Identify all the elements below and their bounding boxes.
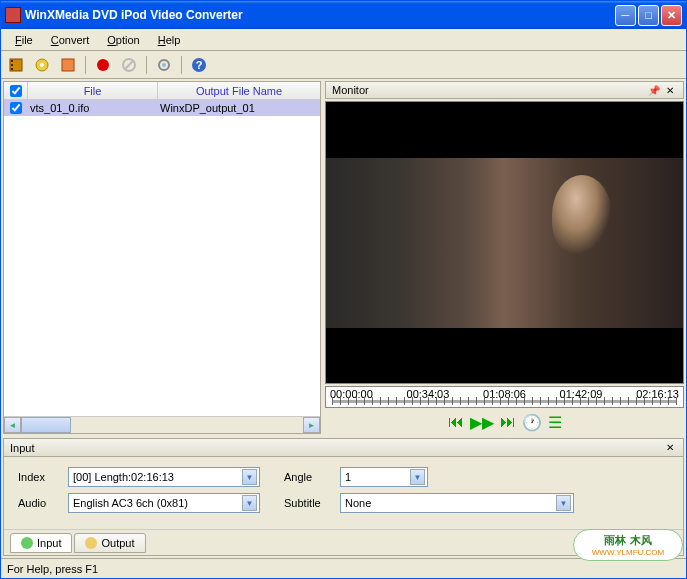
- svg-text:?: ?: [196, 59, 203, 71]
- skip-forward-icon[interactable]: ⏭: [500, 413, 516, 431]
- monitor-header: Monitor 📌 ✕: [325, 81, 684, 99]
- skip-back-icon[interactable]: ⏮: [448, 413, 464, 431]
- watermark-line1: 雨林 木风: [604, 533, 651, 548]
- column-header-output[interactable]: Output File Name: [158, 82, 320, 99]
- horizontal-scrollbar[interactable]: ◄ ►: [4, 416, 320, 433]
- row-file-cell: vts_01_0.ifo: [28, 102, 158, 114]
- scroll-right-button[interactable]: ►: [303, 417, 320, 433]
- file-row[interactable]: vts_01_0.ifo WinxDP_output_01: [4, 100, 320, 116]
- menubar: File Convert Option Help: [1, 29, 686, 51]
- input-header: Input ✕: [4, 439, 683, 457]
- audio-label: Audio: [18, 497, 60, 509]
- playback-controls: ⏮ ▶▶ ⏭ 🕐 ☰: [325, 410, 684, 434]
- close-input-icon[interactable]: ✕: [663, 441, 677, 455]
- chevron-down-icon[interactable]: ▼: [242, 495, 257, 511]
- svg-point-11: [162, 63, 166, 67]
- vob-icon[interactable]: [59, 56, 77, 74]
- video-frame: [326, 158, 683, 328]
- file-list-body: [4, 116, 320, 416]
- angle-label: Angle: [284, 471, 332, 483]
- svg-rect-2: [11, 64, 13, 66]
- input-tab-icon: [21, 537, 33, 549]
- minimize-button[interactable]: ─: [615, 5, 636, 26]
- menu-option[interactable]: Option: [99, 32, 147, 48]
- index-combo[interactable]: [00] Length:02:16:13 ▼: [68, 467, 260, 487]
- audio-value: English AC3 6ch (0x81): [73, 497, 242, 509]
- row-output-cell: WinxDP_output_01: [158, 102, 320, 114]
- subtitle-label: Subtitle: [284, 497, 332, 509]
- menu-file[interactable]: File: [7, 32, 41, 48]
- app-icon: [5, 7, 21, 23]
- tab-output[interactable]: Output: [74, 533, 145, 553]
- chevron-down-icon[interactable]: ▼: [242, 469, 257, 485]
- films-icon[interactable]: [7, 56, 25, 74]
- monitor-title: Monitor: [332, 84, 645, 96]
- output-tab-icon: [85, 537, 97, 549]
- index-label: Index: [18, 471, 60, 483]
- titlebar: WinXMedia DVD iPod Video Converter ─ □ ✕: [1, 1, 686, 29]
- tab-output-label: Output: [101, 537, 134, 549]
- scroll-left-button[interactable]: ◄: [4, 417, 21, 433]
- dvd-icon[interactable]: [33, 56, 51, 74]
- stop-disabled-icon: [120, 56, 138, 74]
- subtitle-combo[interactable]: None ▼: [340, 493, 574, 513]
- tab-input[interactable]: Input: [10, 533, 72, 553]
- angle-combo[interactable]: 1 ▼: [340, 467, 428, 487]
- watermark-line2: WWW.YLMFU.COM: [592, 548, 664, 557]
- file-list-panel: File Output File Name vts_01_0.ifo WinxD…: [3, 81, 321, 434]
- svg-line-9: [125, 61, 133, 69]
- chevron-down-icon[interactable]: ▼: [556, 495, 571, 511]
- file-list-header: File Output File Name: [4, 82, 320, 100]
- toolbar: ?: [1, 51, 686, 79]
- statusbar: For Help, press F1: [1, 558, 686, 578]
- svg-rect-3: [11, 68, 13, 70]
- menu-convert[interactable]: Convert: [43, 32, 98, 48]
- status-text: For Help, press F1: [7, 563, 98, 575]
- svg-rect-1: [11, 60, 13, 62]
- timeline-track[interactable]: [332, 400, 677, 403]
- scroll-thumb[interactable]: [21, 417, 71, 433]
- svg-point-7: [97, 59, 109, 71]
- svg-rect-6: [62, 59, 74, 71]
- list-icon[interactable]: ☰: [548, 413, 562, 432]
- audio-combo[interactable]: English AC3 6ch (0x81) ▼: [68, 493, 260, 513]
- pin-icon[interactable]: 📌: [647, 83, 661, 97]
- clock-icon[interactable]: 🕐: [522, 413, 542, 432]
- help-icon[interactable]: ?: [190, 56, 208, 74]
- play-icon[interactable]: ▶▶: [470, 413, 494, 432]
- gear-icon[interactable]: [155, 56, 173, 74]
- svg-point-5: [40, 63, 44, 67]
- angle-value: 1: [345, 471, 410, 483]
- index-value: [00] Length:02:16:13: [73, 471, 242, 483]
- column-header-file[interactable]: File: [28, 82, 158, 99]
- video-letterbox-top: [326, 102, 683, 158]
- record-icon[interactable]: [94, 56, 112, 74]
- input-title: Input: [10, 442, 661, 454]
- menu-help[interactable]: Help: [150, 32, 189, 48]
- row-checkbox[interactable]: [10, 102, 22, 114]
- header-checkbox-cell[interactable]: [4, 82, 28, 99]
- close-panel-icon[interactable]: ✕: [663, 83, 677, 97]
- tab-input-label: Input: [37, 537, 61, 549]
- select-all-checkbox[interactable]: [10, 85, 22, 97]
- subtitle-value: None: [345, 497, 556, 509]
- chevron-down-icon[interactable]: ▼: [410, 469, 425, 485]
- timeline[interactable]: 00:00:00 00:34:03 01:08:06 01:42:09 02:1…: [325, 386, 684, 408]
- maximize-button[interactable]: □: [638, 5, 659, 26]
- close-button[interactable]: ✕: [661, 5, 682, 26]
- watermark: 雨林 木风 WWW.YLMFU.COM: [573, 529, 683, 561]
- main-area: File Output File Name vts_01_0.ifo WinxD…: [1, 79, 686, 436]
- titlebar-text: WinXMedia DVD iPod Video Converter: [25, 8, 615, 22]
- video-preview: [325, 101, 684, 384]
- video-letterbox-bottom: [326, 328, 683, 384]
- monitor-panel: Monitor 📌 ✕ 00:00:00 00:34:03 01:08:06 0…: [325, 81, 684, 434]
- scroll-track[interactable]: [71, 417, 303, 433]
- app-window: WinXMedia DVD iPod Video Converter ─ □ ✕…: [0, 0, 687, 579]
